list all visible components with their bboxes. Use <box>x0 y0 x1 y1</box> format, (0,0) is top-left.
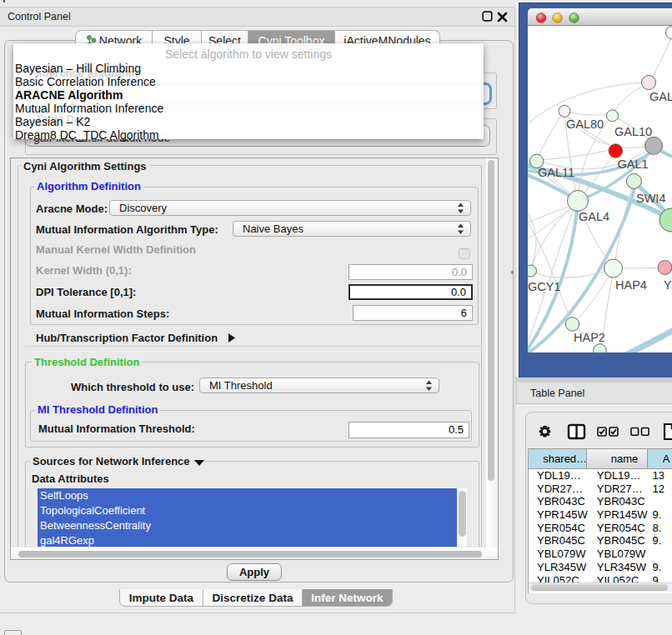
svg-text:GAL10: GAL10 <box>614 125 652 138</box>
svg-text:HAP2: HAP2 <box>574 331 605 344</box>
svg-text:GCY1: GCY1 <box>528 280 561 293</box>
svg-text:GAL7: GAL7 <box>649 90 672 103</box>
svg-text:SWI4: SWI4 <box>636 192 665 205</box>
svg-text:GAL80: GAL80 <box>566 118 604 131</box>
svg-text:GAL11: GAL11 <box>538 166 574 179</box>
svg-text:GAL4: GAL4 <box>579 210 609 223</box>
svg-text:GAL1: GAL1 <box>618 158 649 171</box>
svg-text:Y: Y <box>664 278 672 292</box>
svg-text:HAP4: HAP4 <box>615 278 647 292</box>
